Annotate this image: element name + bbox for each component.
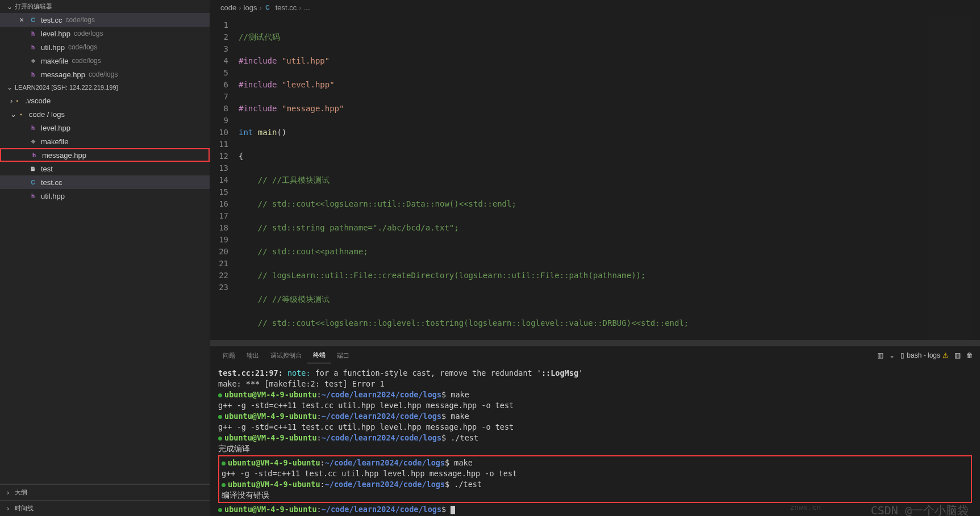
tree-file[interactable]: 🗎 test — [0, 162, 210, 175]
dot-icon — [218, 415, 222, 419]
split-editor-icon[interactable]: ▥ — [877, 351, 883, 359]
code-content[interactable]: //测试代码 #include "util.hpp" #include "lev… — [239, 15, 980, 340]
breadcrumb-item[interactable]: ... — [304, 3, 310, 12]
workspace-header[interactable]: ⌄ LEARN2024 [SSH: 124.222.219.199] — [0, 81, 210, 94]
breadcrumb-item[interactable]: test.cc — [276, 3, 297, 12]
main-area: code › logs › C test.cc › ... 1234567891… — [210, 0, 980, 516]
file-path: code/logs — [74, 30, 103, 37]
open-editor-tab[interactable]: × C test.cc code/logs — [0, 13, 210, 27]
file-name: level.hpp — [41, 124, 70, 132]
tree-file-testcc[interactable]: C test.cc — [0, 175, 210, 189]
chevron-down-icon: ⌄ — [10, 110, 16, 119]
dot-icon — [218, 508, 222, 512]
breadcrumb-item[interactable]: code — [220, 3, 236, 12]
highlighted-terminal-block: ubuntu@VM-4-9-ubuntu:~/code/learn2024/co… — [218, 455, 972, 503]
chevron-right-icon: › — [259, 3, 261, 12]
hpp-icon: h — [30, 150, 39, 160]
chevron-down-icon[interactable]: ⌄ — [889, 351, 895, 359]
trash-icon[interactable]: 🗑 — [966, 351, 973, 359]
timeline-label: 时间线 — [15, 504, 34, 513]
file-name: util.hpp — [41, 192, 65, 200]
file-path: code/logs — [66, 16, 95, 24]
hpp-icon: h — [28, 29, 37, 38]
folder-name: code / logs — [29, 110, 65, 119]
file-path: code/logs — [68, 43, 97, 51]
file-name: makefile — [41, 57, 68, 65]
hpp-icon: h — [28, 43, 37, 52]
cpp-icon: C — [263, 3, 272, 12]
chevron-right-icon: › — [7, 505, 12, 513]
open-editor-tab[interactable]: h level.hpp code/logs — [0, 27, 210, 40]
chevron-down-icon: ⌄ — [7, 83, 12, 91]
panel-tabs: 问题 输出 调试控制台 终端 端口 ▥ ⌄ ▯ bash - logs ⚠ ▥ … — [210, 346, 980, 364]
code-editor[interactable]: 1234567891011121314151617181920212223 //… — [210, 15, 980, 340]
terminal-profile[interactable]: ▯ bash - logs ⚠ — [900, 351, 949, 359]
bottom-panel: 问题 输出 调试控制台 终端 端口 ▥ ⌄ ▯ bash - logs ⚠ ▥ … — [210, 346, 980, 516]
tab-output[interactable]: 输出 — [241, 348, 265, 363]
dot-icon — [222, 483, 226, 487]
hpp-icon: h — [28, 191, 37, 200]
folder-name: .vscode — [25, 97, 51, 105]
open-editor-tab[interactable]: h message.hpp code/logs — [0, 68, 210, 81]
open-editor-tab[interactable]: h util.hpp code/logs — [0, 40, 210, 54]
tree-folder-code[interactable]: ⌄ ▪ code / logs — [0, 107, 210, 121]
dot-icon — [218, 393, 222, 397]
cursor — [451, 506, 455, 514]
file-path: code/logs — [89, 70, 118, 78]
file-name: test — [41, 165, 53, 173]
tree-file[interactable]: h util.hpp — [0, 189, 210, 203]
cpp-icon: C — [28, 15, 37, 24]
folder-icon: ▪ — [12, 96, 22, 105]
terminal-output[interactable]: test.cc:21:97: note: for a function-styl… — [210, 364, 980, 516]
file-name: test.cc — [41, 16, 62, 24]
file-name: util.hpp — [41, 43, 65, 52]
breadcrumb-item[interactable]: logs — [244, 3, 257, 12]
workspace-label: LEARN2024 [SSH: 124.222.219.199] — [15, 84, 118, 91]
tree-folder-vscode[interactable]: › ▪ .vscode — [0, 94, 210, 107]
file-name: message.hpp — [42, 151, 86, 160]
chevron-right-icon: › — [239, 3, 241, 12]
file-name: test.cc — [41, 178, 62, 187]
open-editors-header[interactable]: ⌄ 打开的编辑器 — [0, 0, 210, 13]
chevron-right-icon: › — [299, 3, 301, 12]
tree-file-message[interactable]: h message.hpp — [0, 148, 210, 162]
hpp-icon: h — [28, 123, 37, 132]
horizontal-scrollbar[interactable] — [210, 340, 980, 346]
file-name: makefile — [41, 137, 68, 146]
hpp-icon: h — [28, 70, 37, 79]
makefile-icon: ❖ — [28, 56, 37, 65]
line-gutter: 1234567891011121314151617181920212223 — [210, 15, 239, 340]
file-path: code/logs — [72, 57, 101, 65]
warning-icon: ⚠ — [943, 351, 949, 359]
outline-header[interactable]: › 大纲 — [0, 484, 210, 500]
terminal-name: bash - logs — [907, 351, 940, 359]
tree-file[interactable]: ❖ makefile — [0, 135, 210, 148]
dot-icon — [222, 462, 226, 465]
folder-icon: ▪ — [16, 110, 26, 119]
file-name: level.hpp — [41, 30, 70, 38]
makefile-icon: ❖ — [28, 137, 37, 146]
bash-icon: ▯ — [900, 351, 904, 359]
chevron-right-icon: › — [7, 489, 12, 497]
outline-label: 大纲 — [15, 488, 27, 497]
tab-ports[interactable]: 端口 — [331, 348, 355, 363]
chevron-down-icon: ⌄ — [7, 3, 12, 11]
split-terminal-icon[interactable]: ▥ — [954, 351, 961, 359]
dot-icon — [218, 437, 222, 441]
breadcrumb[interactable]: code › logs › C test.cc › ... — [210, 0, 980, 15]
file-icon: 🗎 — [28, 164, 37, 173]
tab-terminal[interactable]: 终端 — [307, 347, 331, 363]
cpp-icon: C — [28, 178, 37, 187]
minimap[interactable] — [927, 15, 972, 340]
sidebar: ⌄ 打开的编辑器 × C test.cc code/logs h level.h… — [0, 0, 210, 516]
timeline-header[interactable]: › 时间线 — [0, 500, 210, 516]
open-editors-label: 打开的编辑器 — [15, 2, 52, 11]
file-tree: › ▪ .vscode ⌄ ▪ code / logs h level.hpp … — [0, 94, 210, 203]
open-editor-tab[interactable]: ❖ makefile code/logs — [0, 54, 210, 68]
close-icon[interactable]: × — [17, 15, 26, 24]
tab-problems[interactable]: 问题 — [217, 348, 241, 363]
tab-debug-console[interactable]: 调试控制台 — [265, 348, 307, 363]
tree-file[interactable]: h level.hpp — [0, 121, 210, 135]
file-name: message.hpp — [41, 70, 85, 79]
